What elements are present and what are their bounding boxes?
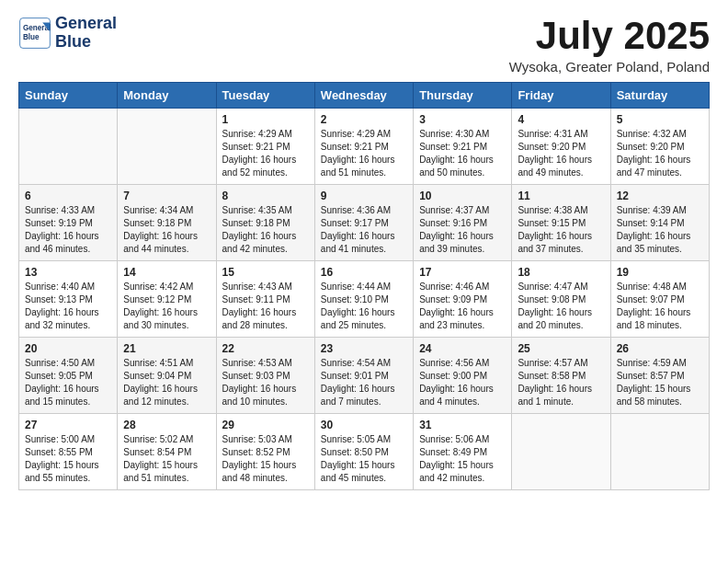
day-number: 12 bbox=[617, 190, 703, 202]
day-info: Sunrise: 4:57 AM Sunset: 8:58 PM Dayligh… bbox=[518, 357, 604, 408]
logo: General Blue General Blue bbox=[18, 15, 117, 52]
day-info: Sunrise: 5:05 AM Sunset: 8:50 PM Dayligh… bbox=[321, 433, 407, 485]
day-number: 8 bbox=[222, 190, 309, 202]
day-info: Sunrise: 4:35 AM Sunset: 9:18 PM Dayligh… bbox=[222, 204, 309, 256]
calendar-cell: 6Sunrise: 4:33 AM Sunset: 9:19 PM Daylig… bbox=[19, 185, 118, 261]
day-info: Sunrise: 4:47 AM Sunset: 9:08 PM Dayligh… bbox=[518, 281, 604, 332]
day-number: 15 bbox=[222, 266, 309, 279]
calendar-cell: 21Sunrise: 4:51 AM Sunset: 9:04 PM Dayli… bbox=[118, 338, 216, 414]
day-info: Sunrise: 4:44 AM Sunset: 9:10 PM Dayligh… bbox=[321, 281, 407, 332]
week-row-2: 6Sunrise: 4:33 AM Sunset: 9:19 PM Daylig… bbox=[19, 185, 710, 261]
day-info: Sunrise: 4:42 AM Sunset: 9:12 PM Dayligh… bbox=[123, 281, 210, 332]
title-block: July 2025 Wysoka, Greater Poland, Poland bbox=[509, 15, 710, 75]
calendar-cell: 28Sunrise: 5:02 AM Sunset: 8:54 PM Dayli… bbox=[118, 414, 216, 490]
day-number: 18 bbox=[518, 266, 604, 279]
svg-text:Blue: Blue bbox=[23, 32, 40, 40]
calendar-cell: 26Sunrise: 4:59 AM Sunset: 8:57 PM Dayli… bbox=[610, 338, 709, 414]
day-info: Sunrise: 4:37 AM Sunset: 9:16 PM Dayligh… bbox=[419, 204, 506, 256]
day-number: 27 bbox=[25, 419, 111, 431]
calendar-cell: 10Sunrise: 4:37 AM Sunset: 9:16 PM Dayli… bbox=[414, 185, 512, 261]
day-number: 20 bbox=[25, 342, 111, 355]
calendar-cell: 29Sunrise: 5:03 AM Sunset: 8:52 PM Dayli… bbox=[216, 414, 314, 490]
day-info: Sunrise: 4:39 AM Sunset: 9:14 PM Dayligh… bbox=[617, 204, 703, 256]
day-number: 31 bbox=[419, 419, 506, 431]
calendar-cell: 22Sunrise: 4:53 AM Sunset: 9:03 PM Dayli… bbox=[216, 338, 314, 414]
weekday-header-tuesday: Tuesday bbox=[216, 83, 314, 109]
day-number: 21 bbox=[123, 342, 210, 355]
day-info: Sunrise: 4:48 AM Sunset: 9:07 PM Dayligh… bbox=[617, 281, 703, 332]
calendar-cell: 20Sunrise: 4:50 AM Sunset: 9:05 PM Dayli… bbox=[19, 338, 118, 414]
location-subtitle: Wysoka, Greater Poland, Poland bbox=[509, 59, 710, 75]
day-info: Sunrise: 4:40 AM Sunset: 9:13 PM Dayligh… bbox=[25, 281, 111, 332]
week-row-3: 13Sunrise: 4:40 AM Sunset: 9:13 PM Dayli… bbox=[19, 261, 710, 338]
calendar-cell bbox=[512, 414, 610, 490]
calendar-cell: 16Sunrise: 4:44 AM Sunset: 9:10 PM Dayli… bbox=[314, 261, 413, 338]
calendar-cell: 15Sunrise: 4:43 AM Sunset: 9:11 PM Dayli… bbox=[216, 261, 314, 338]
day-number: 23 bbox=[321, 342, 407, 355]
calendar-cell: 18Sunrise: 4:47 AM Sunset: 9:08 PM Dayli… bbox=[512, 261, 610, 338]
day-number: 10 bbox=[419, 190, 506, 202]
day-number: 7 bbox=[123, 190, 210, 202]
day-number: 2 bbox=[321, 113, 407, 126]
day-number: 6 bbox=[25, 190, 111, 202]
calendar-cell: 11Sunrise: 4:38 AM Sunset: 9:15 PM Dayli… bbox=[512, 185, 610, 261]
day-number: 26 bbox=[617, 342, 703, 355]
day-number: 14 bbox=[123, 266, 210, 279]
day-info: Sunrise: 4:59 AM Sunset: 8:57 PM Dayligh… bbox=[617, 357, 703, 408]
day-info: Sunrise: 4:34 AM Sunset: 9:18 PM Dayligh… bbox=[123, 204, 210, 256]
logo-icon: General Blue bbox=[18, 17, 51, 50]
calendar-cell bbox=[19, 109, 118, 185]
day-number: 22 bbox=[222, 342, 309, 355]
day-number: 9 bbox=[321, 190, 407, 202]
day-number: 16 bbox=[321, 266, 407, 279]
calendar-cell: 25Sunrise: 4:57 AM Sunset: 8:58 PM Dayli… bbox=[512, 338, 610, 414]
day-info: Sunrise: 4:51 AM Sunset: 9:04 PM Dayligh… bbox=[123, 357, 210, 408]
day-number: 4 bbox=[518, 113, 604, 126]
day-info: Sunrise: 4:29 AM Sunset: 9:21 PM Dayligh… bbox=[222, 128, 309, 179]
calendar-cell: 9Sunrise: 4:36 AM Sunset: 9:17 PM Daylig… bbox=[314, 185, 413, 261]
day-info: Sunrise: 4:36 AM Sunset: 9:17 PM Dayligh… bbox=[321, 204, 407, 256]
weekday-header-sunday: Sunday bbox=[19, 83, 118, 109]
calendar-cell: 13Sunrise: 4:40 AM Sunset: 9:13 PM Dayli… bbox=[19, 261, 118, 338]
day-info: Sunrise: 4:50 AM Sunset: 9:05 PM Dayligh… bbox=[25, 357, 111, 408]
calendar-cell: 23Sunrise: 4:54 AM Sunset: 9:01 PM Dayli… bbox=[314, 338, 413, 414]
calendar-cell: 14Sunrise: 4:42 AM Sunset: 9:12 PM Dayli… bbox=[118, 261, 216, 338]
weekday-header-friday: Friday bbox=[512, 83, 610, 109]
day-number: 19 bbox=[617, 266, 703, 279]
month-year-title: July 2025 bbox=[509, 15, 710, 57]
weekday-header-saturday: Saturday bbox=[610, 83, 709, 109]
day-number: 17 bbox=[419, 266, 506, 279]
calendar-cell: 3Sunrise: 4:30 AM Sunset: 9:21 PM Daylig… bbox=[414, 109, 512, 185]
calendar-cell bbox=[118, 109, 216, 185]
calendar-cell: 5Sunrise: 4:32 AM Sunset: 9:20 PM Daylig… bbox=[610, 109, 709, 185]
weekday-header-thursday: Thursday bbox=[414, 83, 512, 109]
weekday-header-row: SundayMondayTuesdayWednesdayThursdayFrid… bbox=[19, 83, 710, 109]
day-info: Sunrise: 4:32 AM Sunset: 9:20 PM Dayligh… bbox=[617, 128, 703, 179]
calendar-cell: 27Sunrise: 5:00 AM Sunset: 8:55 PM Dayli… bbox=[19, 414, 118, 490]
weekday-header-wednesday: Wednesday bbox=[314, 83, 413, 109]
calendar-cell: 12Sunrise: 4:39 AM Sunset: 9:14 PM Dayli… bbox=[610, 185, 709, 261]
day-info: Sunrise: 5:02 AM Sunset: 8:54 PM Dayligh… bbox=[123, 433, 210, 485]
calendar-cell: 8Sunrise: 4:35 AM Sunset: 9:18 PM Daylig… bbox=[216, 185, 314, 261]
day-info: Sunrise: 4:38 AM Sunset: 9:15 PM Dayligh… bbox=[518, 204, 604, 256]
day-info: Sunrise: 4:31 AM Sunset: 9:20 PM Dayligh… bbox=[518, 128, 604, 179]
calendar-cell: 17Sunrise: 4:46 AM Sunset: 9:09 PM Dayli… bbox=[414, 261, 512, 338]
day-number: 29 bbox=[222, 419, 309, 431]
day-info: Sunrise: 4:46 AM Sunset: 9:09 PM Dayligh… bbox=[419, 281, 506, 332]
calendar-cell: 1Sunrise: 4:29 AM Sunset: 9:21 PM Daylig… bbox=[216, 109, 314, 185]
day-info: Sunrise: 4:54 AM Sunset: 9:01 PM Dayligh… bbox=[321, 357, 407, 408]
day-number: 1 bbox=[222, 113, 309, 126]
day-info: Sunrise: 4:29 AM Sunset: 9:21 PM Dayligh… bbox=[321, 128, 407, 179]
day-number: 5 bbox=[617, 113, 703, 126]
calendar-cell: 31Sunrise: 5:06 AM Sunset: 8:49 PM Dayli… bbox=[414, 414, 512, 490]
calendar-cell: 4Sunrise: 4:31 AM Sunset: 9:20 PM Daylig… bbox=[512, 109, 610, 185]
page-header: General Blue General Blue July 2025 Wyso… bbox=[18, 15, 710, 75]
day-info: Sunrise: 5:03 AM Sunset: 8:52 PM Dayligh… bbox=[222, 433, 309, 485]
calendar-cell: 2Sunrise: 4:29 AM Sunset: 9:21 PM Daylig… bbox=[314, 109, 413, 185]
calendar-cell: 7Sunrise: 4:34 AM Sunset: 9:18 PM Daylig… bbox=[118, 185, 216, 261]
calendar-cell: 19Sunrise: 4:48 AM Sunset: 9:07 PM Dayli… bbox=[610, 261, 709, 338]
calendar-cell: 30Sunrise: 5:05 AM Sunset: 8:50 PM Dayli… bbox=[314, 414, 413, 490]
day-number: 11 bbox=[518, 190, 604, 202]
day-number: 24 bbox=[419, 342, 506, 355]
day-info: Sunrise: 5:00 AM Sunset: 8:55 PM Dayligh… bbox=[25, 433, 111, 485]
